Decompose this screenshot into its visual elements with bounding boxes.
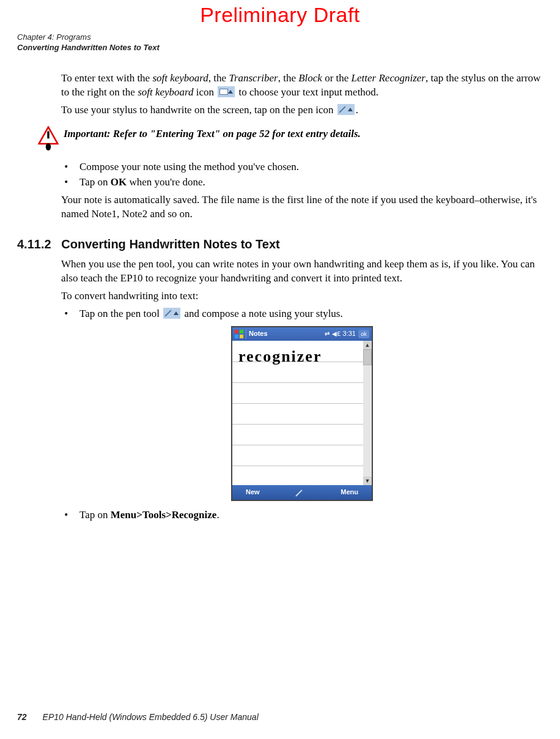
term-soft-keyboard: soft keyboard: [152, 72, 208, 84]
app-title: Notes: [249, 329, 268, 338]
text: or the: [322, 72, 352, 84]
list-item: Tap on the pen tool and compose a note u…: [76, 307, 543, 321]
separator: [246, 329, 246, 339]
text: , the: [208, 72, 229, 84]
soft-key-bar: New Menu: [232, 485, 372, 500]
start-flag-icon[interactable]: [235, 330, 243, 338]
list-item: Tap on Menu>Tools>Recognize.: [76, 508, 543, 522]
softkey-new[interactable]: New: [246, 488, 260, 497]
para-5: To convert handwriting into text:: [61, 289, 543, 303]
text: to choose your text input method.: [236, 86, 378, 98]
page-content: To enter text with the soft keyboard, th…: [61, 72, 543, 522]
text: To enter text with the: [61, 72, 152, 84]
warning-icon: [38, 126, 59, 152]
term-letter-recognizer: Letter Recognizer: [352, 72, 426, 84]
page-footer: 72EP10 Hand-Held (Windows Embedded 6.5) …: [17, 711, 259, 723]
para-3: Your note is automatically saved. The fi…: [61, 193, 543, 221]
title-bar[interactable]: Notes ⇄ ◀ℇ 3:31 ok: [232, 327, 372, 341]
important-callout: Important: Refer to "Entering Text" on p…: [38, 126, 543, 152]
para-4: When you use the pen tool, you can write…: [61, 258, 543, 286]
windows-mobile-device: Notes ⇄ ◀ℇ 3:31 ok recognizer ▲: [231, 326, 373, 501]
text: Tap on: [79, 509, 111, 521]
scrollbar[interactable]: ▲ ▼: [363, 341, 372, 485]
text: .: [356, 104, 358, 116]
term-transcriber: Transcriber: [229, 72, 278, 84]
device-screenshot: Notes ⇄ ◀ℇ 3:31 ok recognizer ▲: [61, 326, 543, 501]
bullet-list-3: Tap on Menu>Tools>Recognize.: [61, 508, 543, 522]
svg-point-1: [46, 143, 51, 150]
text: when you're done.: [127, 176, 205, 188]
connectivity-icon[interactable]: ⇄: [325, 330, 330, 338]
bullet-list-1: Compose your note using the method you'v…: [61, 160, 543, 190]
clock: 3:31: [343, 329, 356, 338]
page-number: 72: [17, 712, 27, 722]
softkey-menu[interactable]: Menu: [341, 488, 358, 497]
term-block: Block: [298, 72, 322, 84]
ok-button[interactable]: ok: [358, 330, 369, 338]
volume-icon[interactable]: ◀ℇ: [332, 330, 341, 338]
section-title: Converting Handwritten Notes to Text: [61, 237, 279, 251]
scroll-thumb[interactable]: [363, 349, 372, 365]
chapter-line: Chapter 4: Programs: [17, 32, 560, 43]
section-line: Converting Handwritten Notes to Text: [17, 42, 560, 53]
section-heading: 4.11.2 Converting Handwritten Notes to T…: [17, 236, 543, 253]
running-header: Chapter 4: Programs Converting Handwritt…: [17, 32, 560, 53]
list-item: Tap on OK when you're done.: [76, 176, 543, 190]
scroll-track[interactable]: [363, 365, 372, 477]
important-text: Important: Refer to "Entering Text" on p…: [64, 126, 361, 141]
pen-tool-icon: [163, 308, 180, 319]
note-canvas[interactable]: recognizer: [232, 341, 363, 485]
para-2: To use your stylus to handwrite on the s…: [61, 103, 543, 117]
text: To use your stylus to handwrite on the s…: [61, 104, 336, 116]
term-soft-keyboard-2: soft keyboard: [138, 86, 193, 98]
manual-title: EP10 Hand-Held (Windows Embedded 6.5) Us…: [43, 712, 259, 722]
text: .: [216, 509, 219, 521]
text: icon: [194, 86, 217, 98]
text: and compose a note using your stylus.: [182, 308, 342, 319]
text: Tap on the pen tool: [79, 308, 162, 319]
soft-keyboard-icon: [218, 86, 235, 97]
note-canvas-area: recognizer ▲ ▼: [232, 341, 372, 485]
bullet-list-2: Tap on the pen tool and compose a note u…: [61, 307, 543, 321]
list-item: Compose your note using the method you'v…: [76, 160, 543, 174]
input-panel-icon[interactable]: [296, 488, 304, 497]
section-number: 4.11.2: [17, 237, 51, 251]
watermark-prelim-draft: Preliminary Draft: [0, 0, 560, 29]
scroll-up-icon[interactable]: ▲: [363, 341, 372, 349]
ok-label: OK: [111, 176, 127, 188]
handwritten-text: recognizer: [238, 346, 322, 367]
para-1: To enter text with the soft keyboard, th…: [61, 72, 543, 100]
pen-icon: [337, 104, 355, 115]
text: Tap on: [79, 176, 111, 188]
scroll-down-icon[interactable]: ▼: [363, 477, 372, 485]
menu-path: Menu>Tools>Recognize: [111, 509, 217, 521]
text: , the: [278, 72, 299, 84]
